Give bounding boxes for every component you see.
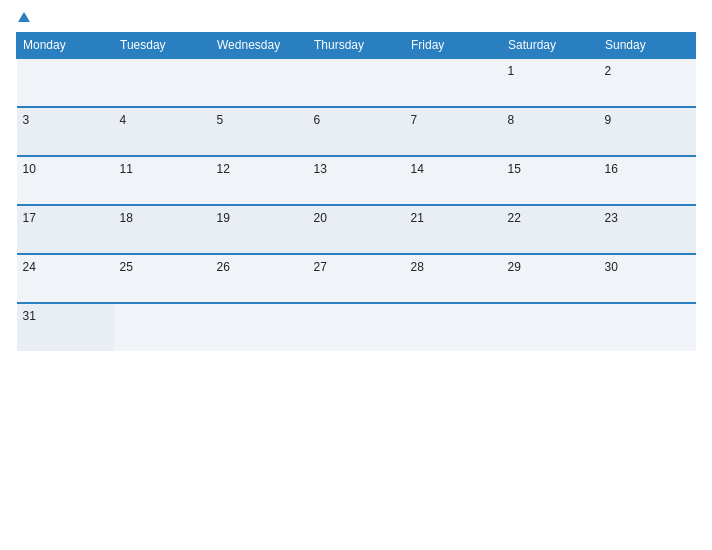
calendar-day-cell: 11 [114,156,211,205]
header [16,10,696,26]
calendar-week-row: 3456789 [17,107,696,156]
calendar-week-row: 12 [17,58,696,107]
day-number: 4 [120,113,127,127]
weekday-wednesday: Wednesday [211,33,308,59]
calendar-day-cell: 12 [211,156,308,205]
day-number: 5 [217,113,224,127]
day-number: 12 [217,162,230,176]
calendar-day-cell: 26 [211,254,308,303]
weekday-friday: Friday [405,33,502,59]
calendar-day-cell [114,303,211,351]
calendar-day-cell: 15 [502,156,599,205]
calendar-day-cell: 25 [114,254,211,303]
calendar-day-cell: 21 [405,205,502,254]
calendar-day-cell: 31 [17,303,114,351]
calendar-week-row: 10111213141516 [17,156,696,205]
calendar-table: Monday Tuesday Wednesday Thursday Friday… [16,32,696,351]
calendar-day-cell: 6 [308,107,405,156]
calendar-day-cell [308,58,405,107]
calendar-week-row: 24252627282930 [17,254,696,303]
weekday-tuesday: Tuesday [114,33,211,59]
calendar-day-cell: 28 [405,254,502,303]
calendar-day-cell: 16 [599,156,696,205]
day-number: 6 [314,113,321,127]
day-number: 21 [411,211,424,225]
calendar-day-cell: 22 [502,205,599,254]
calendar-day-cell: 10 [17,156,114,205]
calendar-day-cell [211,58,308,107]
calendar-day-cell: 9 [599,107,696,156]
calendar-day-cell [599,303,696,351]
weekday-header-row: Monday Tuesday Wednesday Thursday Friday… [17,33,696,59]
day-number: 11 [120,162,133,176]
day-number: 7 [411,113,418,127]
calendar-day-cell: 7 [405,107,502,156]
day-number: 29 [508,260,521,274]
calendar-week-row: 17181920212223 [17,205,696,254]
calendar-day-cell: 3 [17,107,114,156]
day-number: 14 [411,162,424,176]
day-number: 22 [508,211,521,225]
calendar-day-cell: 29 [502,254,599,303]
weekday-saturday: Saturday [502,33,599,59]
day-number: 18 [120,211,133,225]
day-number: 31 [23,309,36,323]
calendar-day-cell: 23 [599,205,696,254]
calendar-day-cell: 18 [114,205,211,254]
day-number: 30 [605,260,618,274]
calendar-day-cell: 2 [599,58,696,107]
day-number: 9 [605,113,612,127]
calendar-day-cell [308,303,405,351]
calendar-day-cell [114,58,211,107]
weekday-sunday: Sunday [599,33,696,59]
logo [16,10,30,26]
calendar-week-row: 31 [17,303,696,351]
day-number: 16 [605,162,618,176]
calendar-day-cell: 1 [502,58,599,107]
day-number: 17 [23,211,36,225]
calendar-day-cell: 4 [114,107,211,156]
calendar-day-cell: 30 [599,254,696,303]
day-number: 15 [508,162,521,176]
day-number: 8 [508,113,515,127]
day-number: 2 [605,64,612,78]
calendar-day-cell: 14 [405,156,502,205]
day-number: 28 [411,260,424,274]
calendar-day-cell: 19 [211,205,308,254]
day-number: 25 [120,260,133,274]
calendar-day-cell [502,303,599,351]
calendar-day-cell [405,58,502,107]
weekday-monday: Monday [17,33,114,59]
day-number: 27 [314,260,327,274]
calendar-day-cell: 5 [211,107,308,156]
day-number: 19 [217,211,230,225]
calendar-day-cell [211,303,308,351]
calendar-day-cell: 17 [17,205,114,254]
logo-top-row [16,10,30,26]
calendar-day-cell: 20 [308,205,405,254]
calendar-day-cell: 24 [17,254,114,303]
day-number: 20 [314,211,327,225]
weekday-thursday: Thursday [308,33,405,59]
day-number: 3 [23,113,30,127]
logo-triangle-icon [18,12,30,22]
calendar-day-cell [405,303,502,351]
calendar-day-cell: 27 [308,254,405,303]
page: Monday Tuesday Wednesday Thursday Friday… [0,0,712,550]
calendar-day-cell [17,58,114,107]
calendar-day-cell: 13 [308,156,405,205]
calendar-day-cell: 8 [502,107,599,156]
day-number: 26 [217,260,230,274]
day-number: 1 [508,64,515,78]
day-number: 24 [23,260,36,274]
day-number: 13 [314,162,327,176]
day-number: 10 [23,162,36,176]
day-number: 23 [605,211,618,225]
